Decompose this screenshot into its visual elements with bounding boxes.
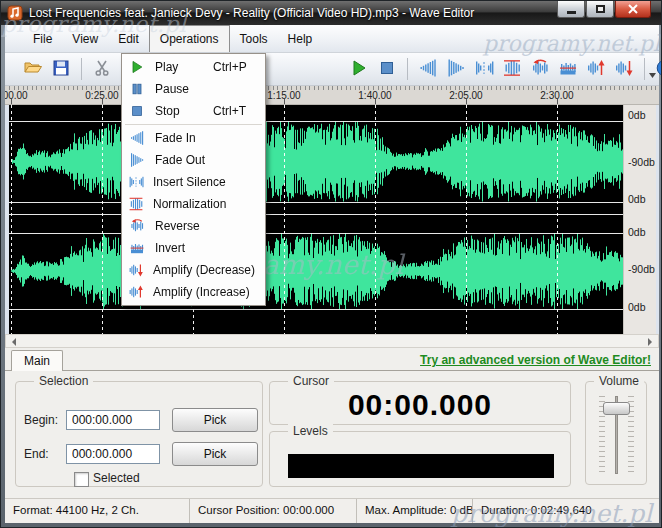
menu-item-fade-in[interactable]: Fade In <box>122 127 265 149</box>
minimize-button[interactable] <box>557 1 585 18</box>
save-button[interactable] <box>48 56 74 82</box>
normalization-button[interactable] <box>499 56 525 82</box>
play-button[interactable] <box>346 56 372 82</box>
levels-groupbox: Levels <box>269 431 571 487</box>
cut-icon <box>92 58 112 81</box>
toolbar-separator <box>644 58 645 80</box>
horizontal-scrollbar[interactable] <box>5 334 659 348</box>
toolbar-separator <box>81 58 82 80</box>
insert-silence-button[interactable] <box>471 56 497 82</box>
db-label: 0db <box>628 301 646 313</box>
play-icon <box>349 58 369 81</box>
amplify-decrease-button[interactable] <box>611 56 637 82</box>
menubar-item-help[interactable]: Help <box>278 25 323 52</box>
invert-icon <box>558 58 578 81</box>
levels-group-label: Levels <box>288 424 333 438</box>
volume-group-label: Volume <box>594 374 644 388</box>
db-scale-panel: 0db-90db0db0db-90db0db <box>623 105 656 334</box>
menubar-item-file[interactable]: File <box>23 25 62 52</box>
toolbar-ops-group: ? <box>345 56 662 82</box>
ruler-major-tick <box>557 99 558 104</box>
reverse-button[interactable] <box>527 56 553 82</box>
fade-out-button[interactable] <box>443 56 469 82</box>
begin-pick-button[interactable]: Pick <box>172 408 258 432</box>
begin-label: Begin: <box>24 413 58 427</box>
selected-checkbox[interactable] <box>74 472 89 487</box>
advanced-version-link[interactable]: Try an advanced version of Wave Editor! <box>420 353 651 367</box>
db-label: -90db <box>628 263 655 275</box>
menubar-item-view[interactable]: View <box>62 25 108 52</box>
open-button[interactable] <box>20 56 46 82</box>
menubar-item-tools[interactable]: Tools <box>230 25 278 52</box>
maximize-button[interactable] <box>586 1 614 18</box>
ruler-major-tick <box>466 99 467 104</box>
menu-item-pause[interactable]: Pause <box>122 78 265 100</box>
menubar-item-operations[interactable]: Operations <box>149 25 230 52</box>
menu-item-stop[interactable]: StopCtrl+T <box>122 100 265 122</box>
cursor-group-label: Cursor <box>288 374 334 388</box>
insert-silence-icon <box>474 58 494 81</box>
play-icon <box>128 59 146 75</box>
cursor-time-display: 00:00.000 <box>270 388 570 422</box>
db-label: -90db <box>628 156 655 168</box>
end-pick-button[interactable]: Pick <box>172 442 258 466</box>
tab-bar: Main Try an advanced version of Wave Edi… <box>5 348 659 371</box>
maximize-icon <box>596 5 605 13</box>
volume-groupbox: Volume <box>585 381 647 485</box>
scroll-left-icon[interactable] <box>12 338 16 346</box>
stop-button[interactable] <box>374 56 400 82</box>
menu-item-fade-out[interactable]: Fade Out <box>122 149 265 171</box>
toolbar: ? <box>5 53 659 86</box>
status-section-0: Format: 44100 Hz, 2 Ch. <box>5 499 190 523</box>
status-section-3: Duration: 0:02:49,640 <box>473 499 659 523</box>
ruler-label: 0:00.00 <box>5 90 28 101</box>
amplify-increase-button[interactable] <box>583 56 609 82</box>
close-button[interactable] <box>615 1 651 18</box>
cursor-groupbox: Cursor 00:00.000 <box>269 381 571 425</box>
scroll-right-icon[interactable] <box>648 338 652 346</box>
amplify-decrease-icon <box>614 58 634 81</box>
title-bar[interactable]: Lost Frequencies feat. Janieck Devy - Re… <box>1 1 662 25</box>
timeline-ruler[interactable]: 0:00.000:25.000:50.001:15.001:40.002:05.… <box>5 86 659 105</box>
menu-item-insert-silence[interactable]: Insert Silence <box>122 171 265 193</box>
toolbar-overflow-chevron-icon[interactable] <box>648 65 657 83</box>
selection-group-label: Selection <box>34 374 93 388</box>
open-icon <box>23 58 43 81</box>
fade-out-icon <box>446 58 466 81</box>
invert-button[interactable] <box>555 56 581 82</box>
end-input[interactable] <box>66 444 160 464</box>
operations-menu: PlayCtrl+PPauseStopCtrl+TFade InFade Out… <box>121 53 266 306</box>
amplify-decrease-icon <box>128 262 144 278</box>
menu-item-invert[interactable]: Invert <box>122 237 265 259</box>
menu-item-normalization[interactable]: Normalization <box>122 193 265 215</box>
waveform-display[interactable] <box>9 105 623 334</box>
cut-button[interactable] <box>89 56 115 82</box>
volume-slider-thumb[interactable] <box>603 402 630 415</box>
status-bar: Format: 44100 Hz, 2 Ch.Cursor Position: … <box>5 498 659 523</box>
menu-bar: FileViewEditOperationsToolsHelp <box>5 25 659 53</box>
end-label: End: <box>24 447 49 461</box>
amplify-increase-icon <box>128 284 144 300</box>
fade-in-button[interactable] <box>415 56 441 82</box>
invert-icon <box>128 240 146 256</box>
menu-separator <box>125 124 262 125</box>
menu-item-reverse[interactable]: Reverse <box>122 215 265 237</box>
menu-item-play[interactable]: PlayCtrl+P <box>122 56 265 78</box>
levels-meter <box>288 454 554 478</box>
reverse-icon <box>128 218 146 234</box>
ruler-major-tick <box>102 99 103 104</box>
status-section-1: Cursor Position: 00:00.000 <box>190 499 357 523</box>
menubar-item-edit[interactable]: Edit <box>108 25 149 52</box>
control-panel: Selection Begin: Pick End: Pick Selected… <box>5 371 659 498</box>
db-label: 0db <box>628 226 646 238</box>
stop-icon <box>377 58 397 81</box>
selection-groupbox: Selection Begin: Pick End: Pick Selected <box>15 381 263 487</box>
normalization-icon <box>502 58 522 81</box>
begin-input[interactable] <box>66 410 160 430</box>
menu-item-amplify-increase[interactable]: Amplify (Increase) <box>122 281 265 303</box>
reverse-icon <box>530 58 550 81</box>
waveform-row: 0db-90db0db0db-90db0db programy.net.pl <box>5 105 659 334</box>
toolbar-separator <box>407 58 408 80</box>
tab-main[interactable]: Main <box>11 350 63 371</box>
menu-item-amplify-decrease[interactable]: Amplify (Decrease) <box>122 259 265 281</box>
